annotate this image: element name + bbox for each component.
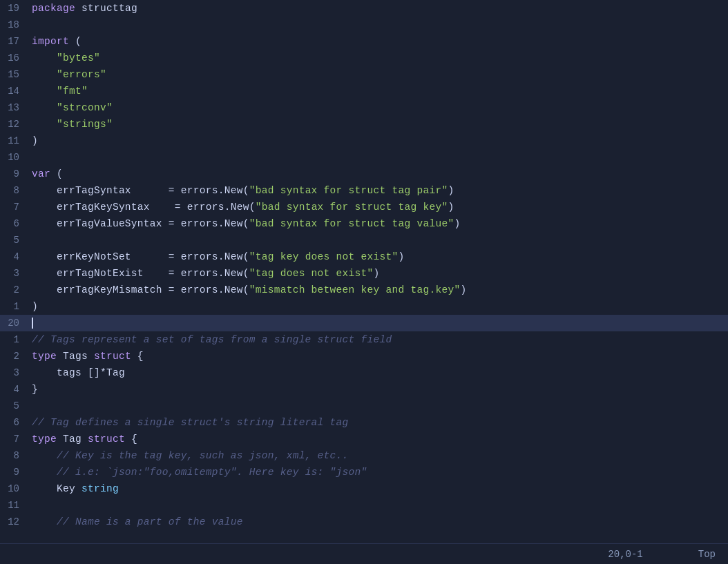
line-content bbox=[29, 497, 728, 514]
token-str: "bad syntax for struct tag key" bbox=[256, 202, 448, 213]
line-number: 13 bbox=[0, 99, 29, 116]
line-number: 6 bbox=[0, 215, 29, 232]
token-kw: struct bbox=[94, 351, 131, 362]
token-plain bbox=[32, 52, 57, 64]
line-content: type Tag struct { bbox=[29, 431, 728, 447]
token-plain: ) bbox=[448, 202, 454, 213]
code-area[interactable]: 19package structtag1817import (16 "bytes… bbox=[0, 0, 728, 543]
token-plain: Tag bbox=[57, 434, 88, 445]
line-number: 1 bbox=[0, 298, 29, 315]
line-content bbox=[29, 398, 728, 414]
token-plain: errTagKeySyntax = errors.New( bbox=[32, 202, 256, 213]
line-number: 15 bbox=[0, 66, 29, 83]
line-number: 11 bbox=[0, 133, 29, 149]
line-number: 3 bbox=[0, 364, 29, 381]
line-content bbox=[29, 149, 728, 166]
token-kw: type bbox=[32, 434, 57, 445]
line-content bbox=[29, 232, 728, 249]
line-number: 5 bbox=[0, 398, 29, 414]
line-content: tags []*Tag bbox=[29, 364, 728, 381]
line-content: errKeyNotSet = errors.New("tag key does … bbox=[29, 249, 728, 265]
line-number: 5 bbox=[0, 232, 29, 249]
token-plain: errTagValueSyntax = errors.New( bbox=[32, 218, 249, 229]
token-str: "bad syntax for struct tag value" bbox=[249, 218, 454, 229]
token-comment: // Tags represent a set of tags from a s… bbox=[32, 334, 392, 345]
line-content: errTagKeySyntax = errors.New("bad syntax… bbox=[29, 199, 728, 215]
line-content: errTagSyntax = errors.New("bad syntax fo… bbox=[29, 182, 728, 199]
line-number: 6 bbox=[0, 414, 29, 431]
line-content: errTagValueSyntax = errors.New("bad synt… bbox=[29, 215, 728, 232]
line-number: 10 bbox=[0, 480, 29, 497]
line-number: 2 bbox=[0, 282, 29, 298]
line-content: ) bbox=[29, 298, 728, 315]
line-number: 18 bbox=[0, 17, 29, 33]
line-number: 7 bbox=[0, 199, 29, 215]
line-number: 1 bbox=[0, 331, 29, 348]
token-plain: Tags bbox=[57, 351, 94, 362]
token-str: "tag key does not exist" bbox=[249, 251, 399, 262]
token-str: "strings" bbox=[57, 119, 113, 130]
line-content: // Name is a part of the value bbox=[29, 514, 728, 530]
token-plain bbox=[32, 69, 57, 80]
line-content: "fmt" bbox=[29, 83, 728, 99]
token-comment: // Name is a part of the value bbox=[57, 516, 243, 527]
line-number: 4 bbox=[0, 381, 29, 398]
token-kw: package bbox=[32, 3, 75, 14]
token-plain bbox=[32, 119, 57, 130]
line-number: 16 bbox=[0, 50, 29, 66]
line-number: 9 bbox=[0, 464, 29, 480]
line-number: 8 bbox=[0, 182, 29, 199]
token-plain: ) bbox=[460, 284, 466, 295]
token-kw: import bbox=[32, 36, 69, 47]
line-number: 11 bbox=[0, 497, 29, 514]
token-plain: ( bbox=[69, 36, 82, 47]
line-content: // Key is the tag key, such as json, xml… bbox=[29, 447, 728, 464]
token-str: "tag does not exist" bbox=[249, 268, 374, 279]
line-content: // Tags represent a set of tags from a s… bbox=[29, 331, 728, 348]
token-plain: ) bbox=[374, 268, 380, 279]
token-plain: ) bbox=[32, 135, 38, 146]
token-plain bbox=[32, 450, 57, 461]
token-plain: tags []*Tag bbox=[32, 367, 125, 378]
token-kw: struct bbox=[88, 434, 125, 445]
line-content: errTagNotExist = errors.New("tag does no… bbox=[29, 265, 728, 282]
line-number: 2 bbox=[0, 348, 29, 364]
token-plain: structtag bbox=[75, 3, 137, 14]
editor: 19package structtag1817import (16 "bytes… bbox=[0, 0, 728, 564]
scroll-position: Top bbox=[698, 549, 716, 560]
line-number: 19 bbox=[0, 0, 29, 17]
token-str: "bytes" bbox=[57, 52, 100, 64]
line-number: 4 bbox=[0, 249, 29, 265]
token-plain bbox=[32, 467, 57, 478]
status-bar: 20,0-1 Top bbox=[0, 543, 728, 564]
token-comment: // i.e: `json:"foo,omitempty". Here key … bbox=[57, 467, 367, 478]
line-number: 12 bbox=[0, 514, 29, 530]
token-str: "errors" bbox=[57, 69, 106, 80]
token-str: "strconv" bbox=[57, 102, 113, 113]
token-plain: Key bbox=[32, 483, 82, 494]
line-content bbox=[29, 315, 728, 331]
line-content: "strings" bbox=[29, 116, 728, 133]
token-plain: errTagNotExist = errors.New( bbox=[32, 268, 249, 279]
token-plain: errTagKeyMismatch = errors.New( bbox=[32, 284, 249, 295]
line-number: 7 bbox=[0, 431, 29, 447]
code-table: 19package structtag1817import (16 "bytes… bbox=[0, 0, 728, 530]
line-number: 12 bbox=[0, 116, 29, 133]
line-content: // Tag defines a single struct's string … bbox=[29, 414, 728, 431]
token-plain: { bbox=[125, 434, 137, 445]
token-plain: errKeyNotSet = errors.New( bbox=[32, 251, 249, 262]
line-content: package structtag bbox=[29, 0, 728, 17]
token-str: "mismatch between key and tag.key" bbox=[249, 284, 461, 295]
line-content: errTagKeyMismatch = errors.New("mismatch… bbox=[29, 282, 728, 298]
token-str: "bad syntax for struct tag pair" bbox=[249, 185, 448, 196]
line-number: 8 bbox=[0, 447, 29, 464]
line-number: 3 bbox=[0, 265, 29, 282]
token-comment: // Key is the tag key, such as json, xml… bbox=[57, 450, 349, 461]
token-plain: ) bbox=[32, 301, 38, 312]
line-number: 17 bbox=[0, 33, 29, 50]
line-content: Key string bbox=[29, 480, 728, 497]
token-plain: { bbox=[131, 351, 144, 362]
token-plain: ) bbox=[454, 218, 460, 229]
line-number: 14 bbox=[0, 83, 29, 99]
token-plain: ) bbox=[399, 251, 405, 262]
